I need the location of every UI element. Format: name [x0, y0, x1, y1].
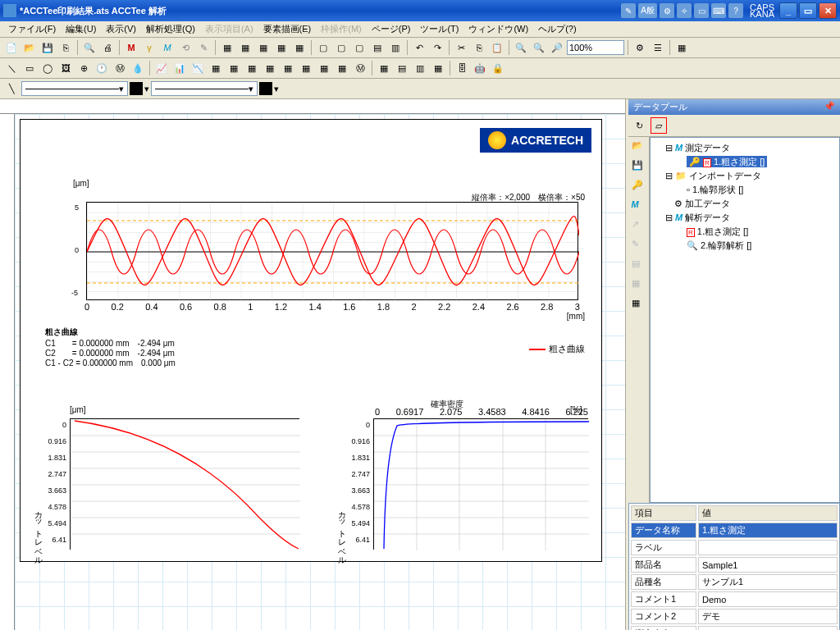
redo-icon[interactable]: ↷ [429, 39, 445, 56]
open-icon[interactable]: 📂 [21, 39, 38, 56]
menu-help[interactable]: ヘルプ(?) [533, 21, 581, 37]
new-icon[interactable]: 📄 [3, 39, 20, 56]
db-icon[interactable]: 🗄 [454, 60, 470, 76]
grid-display-icon[interactable]: ▦ [673, 39, 690, 56]
measure-icon[interactable]: Ⓜ [112, 60, 128, 76]
chart10-icon[interactable]: ▦ [316, 60, 332, 76]
analyze-my-icon[interactable]: M [159, 39, 176, 56]
settings-icon[interactable]: ⚙ [632, 39, 648, 56]
ellipse-icon[interactable]: ◯ [39, 60, 56, 76]
save-as-icon[interactable]: ⎘ [57, 39, 74, 56]
print-icon[interactable]: 🖨 [99, 39, 116, 56]
menu-page[interactable]: ページ(P) [367, 21, 416, 37]
chart7-icon[interactable]: ▦ [262, 60, 278, 76]
misc2-icon[interactable]: ▤ [394, 60, 410, 76]
chart9-icon[interactable]: ▦ [298, 60, 314, 76]
side-save-icon[interactable]: 💾 [632, 160, 646, 175]
undo-icon[interactable]: ↶ [411, 39, 427, 56]
ime-pen-icon[interactable]: ✎ [621, 3, 636, 18]
paste-icon[interactable]: 📋 [489, 39, 505, 56]
menu-element-draw[interactable]: 要素描画(E) [258, 21, 317, 37]
fill-color[interactable] [259, 82, 272, 95]
side-open-icon[interactable]: 📂 [632, 140, 646, 155]
analyze-y-icon[interactable]: γ [141, 39, 158, 56]
side-i4-icon[interactable]: ▦ [632, 278, 646, 293]
chart11-icon[interactable]: ▦ [334, 60, 350, 76]
ime-mode[interactable]: A般 [638, 3, 657, 18]
layout2-icon[interactable]: ▢ [333, 39, 349, 56]
line-icon[interactable]: ＼ [3, 60, 20, 76]
maximize-button[interactable]: ▭ [799, 2, 817, 19]
minimize-button[interactable]: _ [779, 2, 797, 19]
menu-file[interactable]: ファイル(F) [3, 21, 61, 37]
chart4-icon[interactable]: ▦ [208, 60, 224, 76]
grid3-icon[interactable]: ▦ [255, 39, 272, 56]
menu-edit[interactable]: 編集(U) [61, 21, 101, 37]
side-i2-icon[interactable]: ✎ [632, 239, 646, 253]
layout3-icon[interactable]: ▢ [351, 39, 368, 56]
analyze-n-icon[interactable]: ✎ [195, 39, 212, 56]
lock-icon[interactable]: 🔒 [490, 60, 506, 76]
chart1-icon[interactable]: 📈 [153, 60, 170, 76]
misc4-icon[interactable]: ▦ [430, 60, 446, 76]
grid4-icon[interactable]: ▦ [273, 39, 290, 56]
data-tree[interactable]: ⊟ M 測定データ 🔑 R 1.粗さ測定 [] ⊟ 📁 インポートデータ ▫ 1… [650, 137, 840, 503]
zoom-input[interactable] [567, 40, 624, 55]
pref-icon[interactable]: ☰ [650, 39, 666, 56]
insert-icon[interactable]: ⊕ [75, 60, 92, 76]
letter-m-icon[interactable]: Ⓜ [352, 60, 368, 76]
print-preview-icon[interactable]: 🔍 [81, 39, 98, 56]
side-key-icon[interactable]: 🔑 [632, 180, 646, 194]
line-weight-select[interactable]: ▾ [151, 81, 258, 96]
menu-window[interactable]: ウィンドウ(W) [463, 21, 533, 37]
clock-icon[interactable]: 🕐 [94, 60, 110, 76]
zoom2-icon[interactable]: 🔍 [531, 39, 547, 56]
ime-kbd-icon[interactable]: ⌨ [711, 3, 726, 18]
close-button[interactable]: ✕ [819, 2, 837, 19]
ime-tool-icon[interactable]: ⚙ [660, 3, 674, 18]
chart2-icon[interactable]: 📊 [171, 60, 188, 76]
side-i1-icon[interactable]: ↗ [632, 219, 646, 234]
chart3-icon[interactable]: 📉 [189, 60, 206, 76]
line-style-select[interactable]: ▾ [21, 81, 128, 96]
menu-analysis[interactable]: 解析処理(Q) [141, 21, 200, 37]
image-icon[interactable]: 🖼 [57, 60, 74, 76]
layout4-icon[interactable]: ▤ [369, 39, 386, 56]
grid2-icon[interactable]: ▦ [237, 39, 253, 56]
tree-refresh-icon[interactable]: ↻ [631, 117, 647, 134]
side-m-icon[interactable]: M [632, 199, 646, 214]
ime-help-icon[interactable]: ? [728, 3, 743, 18]
ime-toolbar[interactable]: ✎ A般 ⚙ ✧ ▭ ⌨ ? [621, 3, 743, 18]
pin-icon[interactable]: 📌 [824, 101, 835, 113]
copy-icon[interactable]: ⎘ [471, 39, 487, 56]
chart6-icon[interactable]: ▦ [244, 60, 260, 76]
side-i5-icon[interactable]: ▦ [632, 298, 646, 313]
save-icon[interactable]: 💾 [39, 39, 56, 56]
menu-view[interactable]: 表示(V) [101, 21, 141, 37]
chart8-icon[interactable]: ▦ [280, 60, 296, 76]
analyze-m-icon[interactable]: M [123, 39, 139, 56]
side-i3-icon[interactable]: ▤ [632, 258, 646, 273]
tree-prop-icon[interactable]: ▱ [651, 117, 667, 134]
line-tool-icon[interactable]: ╲ [3, 80, 20, 97]
grid-icon[interactable]: ▦ [219, 39, 235, 56]
eyedrop-icon[interactable]: 💧 [130, 60, 146, 76]
ime-tool2-icon[interactable]: ✧ [677, 3, 692, 18]
ime-pad-icon[interactable]: ▭ [694, 3, 709, 18]
layout-icon[interactable]: ▢ [315, 39, 331, 56]
document-page[interactable]: ACCRETECH [μm] 縦倍率：×2,000 横倍率：×50 [20, 119, 602, 562]
cut-icon[interactable]: ✂ [453, 39, 469, 56]
grid5-icon[interactable]: ▦ [291, 39, 308, 56]
misc3-icon[interactable]: ▥ [412, 60, 428, 76]
analyze-r-icon[interactable]: ⟲ [177, 39, 194, 56]
menu-tool[interactable]: ツール(T) [415, 21, 463, 37]
zoom-icon[interactable]: 🔍 [513, 39, 529, 56]
zoom-in-icon[interactable]: 🔎 [549, 39, 565, 56]
line-color[interactable] [130, 82, 143, 95]
chart5-icon[interactable]: ▦ [226, 60, 242, 76]
rect-icon[interactable]: ▭ [21, 60, 38, 76]
robot-icon[interactable]: 🤖 [472, 60, 488, 76]
layout5-icon[interactable]: ▥ [387, 39, 404, 56]
misc1-icon[interactable]: ▦ [376, 60, 392, 76]
properties-table[interactable]: 項目値 データ名称1.粗さ測定 ラベル 部品名Sample1 品種名サンプル1 … [628, 503, 840, 630]
